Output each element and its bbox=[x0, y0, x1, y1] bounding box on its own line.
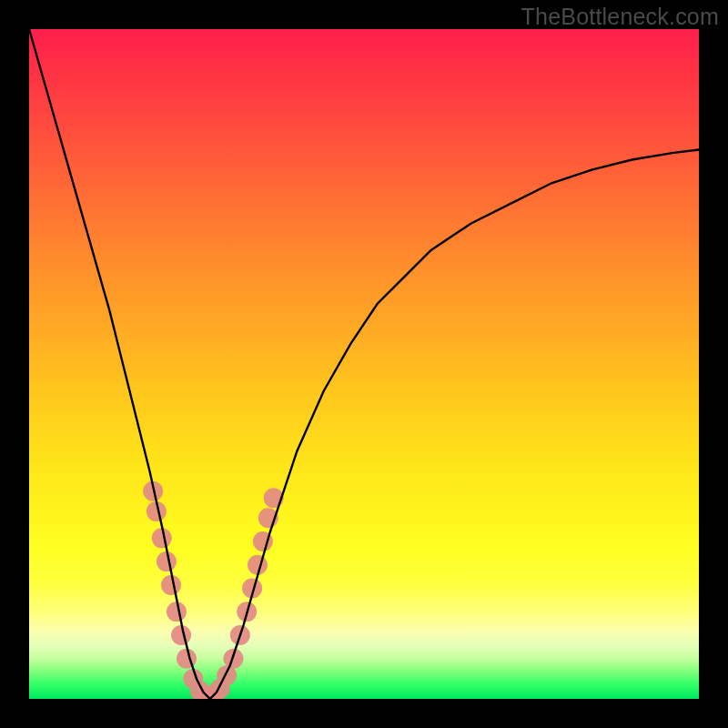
data-marker bbox=[161, 575, 181, 595]
data-marker bbox=[248, 555, 268, 575]
chart-frame: TheBottleneck.com bbox=[0, 0, 728, 728]
data-marker bbox=[177, 649, 197, 669]
chart-svg bbox=[29, 29, 699, 699]
plot-area bbox=[29, 29, 699, 699]
data-marker bbox=[167, 602, 187, 622]
watermark-text: TheBottleneck.com bbox=[521, 4, 719, 30]
data-marker bbox=[171, 625, 191, 645]
bottleneck-curve bbox=[29, 29, 699, 699]
data-marker bbox=[157, 551, 177, 571]
data-marker bbox=[152, 528, 172, 548]
marker-layer bbox=[143, 481, 283, 699]
